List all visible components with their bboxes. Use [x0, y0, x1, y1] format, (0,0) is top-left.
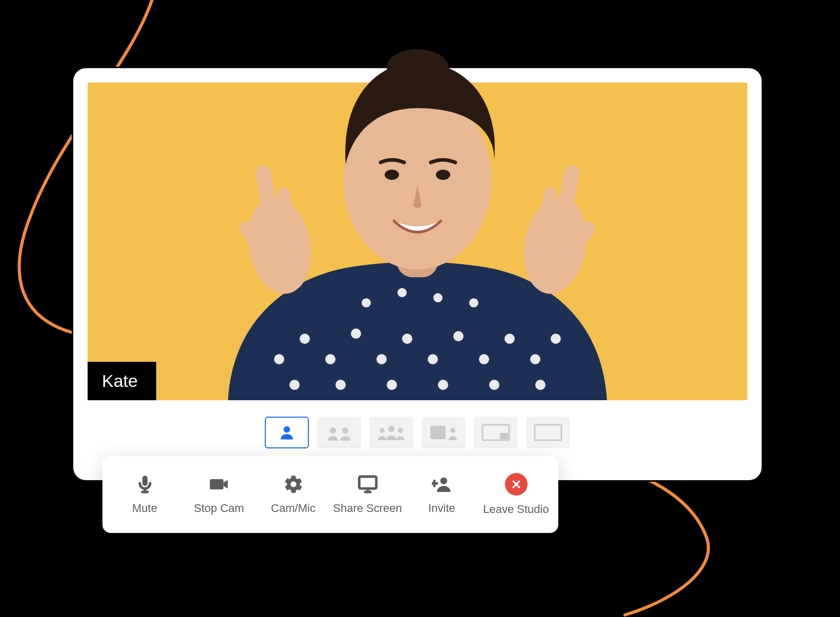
- pip-icon: [479, 422, 512, 443]
- blank-frame-icon: [532, 422, 564, 443]
- close-icon: [505, 473, 528, 496]
- svg-point-19: [397, 288, 407, 297]
- svg-point-31: [517, 192, 594, 299]
- layout-pip[interactable]: [474, 417, 518, 448]
- svg-rect-45: [535, 425, 561, 440]
- share-screen-label: Share Screen: [333, 502, 402, 515]
- svg-point-14: [387, 380, 397, 390]
- svg-point-5: [402, 334, 412, 344]
- gear-icon: [283, 474, 304, 495]
- svg-point-10: [530, 354, 540, 364]
- video-studio-window: Kate: [72, 67, 763, 482]
- svg-point-17: [535, 380, 545, 390]
- cam-mic-label: Cam/Mic: [271, 502, 316, 515]
- svg-rect-29: [276, 187, 297, 234]
- svg-point-9: [505, 334, 515, 344]
- svg-point-51: [440, 478, 447, 484]
- svg-point-7: [453, 331, 464, 341]
- svg-point-18: [362, 298, 371, 307]
- invite-button[interactable]: Invite: [405, 456, 479, 533]
- svg-point-37: [342, 427, 348, 434]
- three-people-icon: [375, 422, 408, 443]
- microphone-icon: [135, 474, 155, 495]
- participant-video-placeholder: [187, 31, 648, 400]
- camera-icon: [209, 474, 229, 495]
- svg-rect-41: [430, 426, 446, 439]
- layout-split-screen[interactable]: [422, 417, 466, 448]
- svg-point-27: [241, 192, 318, 299]
- svg-rect-28: [254, 164, 279, 222]
- svg-point-2: [325, 354, 335, 364]
- svg-point-21: [469, 298, 478, 307]
- svg-point-6: [428, 354, 438, 364]
- svg-point-38: [380, 428, 385, 433]
- svg-point-42: [450, 428, 455, 433]
- svg-point-1: [300, 334, 310, 344]
- svg-point-8: [479, 354, 489, 364]
- svg-rect-30: [237, 219, 271, 260]
- person-icon: [278, 423, 296, 442]
- svg-point-35: [284, 426, 290, 433]
- two-people-icon: [324, 422, 354, 443]
- stop-cam-label: Stop Cam: [194, 502, 244, 515]
- mute-label: Mute: [132, 502, 157, 515]
- participant-name-text: Kate: [102, 371, 138, 390]
- svg-point-20: [433, 293, 443, 302]
- svg-point-39: [388, 426, 394, 432]
- leave-studio-button[interactable]: Leave Studio: [479, 456, 553, 533]
- cam-mic-settings-button[interactable]: Cam/Mic: [256, 456, 330, 533]
- svg-point-12: [289, 380, 300, 390]
- layout-single[interactable]: [265, 417, 309, 448]
- svg-rect-44: [500, 433, 508, 439]
- svg-rect-22: [397, 226, 438, 277]
- share-screen-button[interactable]: Share Screen: [330, 456, 405, 533]
- svg-rect-32: [556, 164, 581, 222]
- monitor-icon: [358, 474, 378, 495]
- svg-rect-33: [537, 187, 558, 234]
- svg-rect-34: [563, 219, 598, 260]
- svg-point-0: [274, 354, 284, 364]
- svg-point-15: [438, 380, 448, 390]
- svg-point-11: [551, 334, 561, 344]
- mute-button[interactable]: Mute: [108, 456, 182, 533]
- stop-cam-button[interactable]: Stop Cam: [182, 456, 256, 533]
- layout-two-up[interactable]: [317, 417, 361, 448]
- svg-point-40: [398, 428, 403, 433]
- svg-point-36: [330, 427, 336, 434]
- svg-rect-48: [359, 477, 376, 488]
- layout-blank[interactable]: [526, 417, 570, 448]
- svg-point-16: [489, 380, 499, 390]
- svg-point-13: [335, 380, 346, 390]
- split-screen-icon: [427, 422, 460, 443]
- svg-point-24: [387, 49, 448, 85]
- svg-point-25: [385, 170, 399, 180]
- add-person-icon: [432, 474, 452, 495]
- layout-three-up[interactable]: [369, 417, 413, 448]
- svg-point-26: [436, 170, 450, 180]
- leave-label: Leave Studio: [483, 503, 549, 516]
- main-video-feed: Kate: [88, 83, 747, 400]
- invite-label: Invite: [428, 502, 455, 515]
- participant-name-badge: Kate: [88, 362, 156, 400]
- control-toolbar: Mute Stop Cam Cam/Mic Share Screen Invit…: [102, 456, 558, 533]
- svg-point-23: [343, 90, 492, 270]
- svg-point-4: [376, 354, 387, 364]
- svg-point-3: [351, 328, 361, 339]
